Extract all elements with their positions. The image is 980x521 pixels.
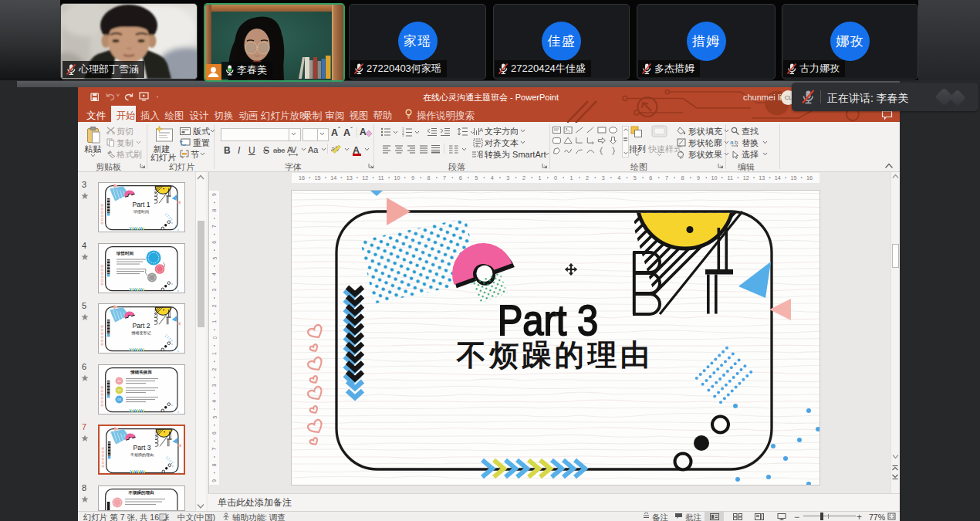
svg-text:13: 13	[346, 174, 353, 181]
svg-text:10: 10	[711, 174, 718, 181]
svg-text:a: a	[730, 139, 734, 146]
svg-text:Part 1: Part 1	[132, 201, 150, 208]
svg-text:11: 11	[727, 174, 732, 181]
svg-text:情绪实例库: 情绪实例库	[130, 370, 152, 375]
svg-text:Part 2: Part 2	[132, 322, 150, 330]
svg-text:9: 9	[211, 479, 217, 482]
svg-text:0: 0	[211, 336, 217, 339]
svg-text:4: 4	[211, 400, 217, 403]
svg-text:Part 3: Part 3	[498, 296, 599, 343]
svg-text:不烦躁的理由: 不烦躁的理由	[456, 339, 653, 371]
svg-text:10: 10	[394, 174, 400, 181]
svg-text:9: 9	[211, 193, 217, 196]
svg-text:2: 2	[522, 174, 525, 181]
svg-text:1: 1	[538, 174, 541, 181]
svg-text:03: 03	[117, 398, 121, 401]
svg-text:5: 5	[211, 415, 217, 418]
svg-text:3: 3	[211, 289, 217, 292]
svg-text:4: 4	[211, 272, 217, 276]
svg-text:7: 7	[211, 225, 217, 228]
svg-text:2: 2	[586, 174, 589, 181]
svg-text:8: 8	[211, 209, 217, 212]
svg-text:15: 15	[790, 174, 796, 181]
svg-text:12: 12	[362, 174, 368, 181]
svg-text:02: 02	[117, 388, 121, 392]
svg-text:11: 11	[378, 174, 384, 181]
svg-text:3: 3	[506, 174, 509, 181]
svg-text:珍惜时间: 珍惜时间	[133, 209, 149, 215]
svg-text:3: 3	[402, 134, 404, 137]
svg-text:3: 3	[602, 174, 605, 181]
svg-text:不烦躁的理由: 不烦躁的理由	[127, 489, 154, 496]
svg-text:16: 16	[806, 174, 813, 181]
svg-text:2: 2	[211, 368, 217, 371]
svg-text:A: A	[479, 127, 483, 134]
svg-text:6: 6	[649, 174, 652, 181]
svg-text:14: 14	[330, 174, 336, 181]
svg-text:5: 5	[475, 174, 478, 181]
svg-text:4: 4	[617, 174, 620, 181]
svg-text:3: 3	[211, 384, 217, 387]
svg-text:8: 8	[681, 174, 684, 181]
svg-text:6: 6	[459, 174, 462, 181]
svg-text:7: 7	[443, 174, 446, 181]
svg-text:1: 1	[211, 352, 217, 355]
svg-text:6: 6	[211, 431, 217, 435]
svg-text:13: 13	[759, 174, 765, 181]
svg-text:5: 5	[211, 256, 217, 259]
svg-text:不烦躁的理由: 不烦躁的理由	[130, 452, 154, 458]
svg-text:8: 8	[427, 174, 431, 181]
svg-text:1: 1	[570, 174, 573, 181]
svg-text:8: 8	[211, 463, 217, 466]
svg-text:Part 3: Part 3	[133, 444, 150, 452]
svg-text:5: 5	[634, 174, 637, 181]
svg-text:12: 12	[743, 174, 749, 181]
svg-text:6: 6	[211, 241, 217, 244]
svg-text:7: 7	[211, 448, 217, 451]
svg-text:9: 9	[411, 174, 414, 181]
svg-text:4: 4	[491, 174, 494, 181]
svg-text:14: 14	[775, 174, 781, 181]
svg-text:15: 15	[315, 174, 321, 181]
svg-text:16: 16	[299, 174, 305, 181]
svg-text:9: 9	[697, 174, 700, 181]
svg-text:2: 2	[211, 304, 217, 307]
svg-text:1: 1	[211, 320, 217, 323]
svg-text:情绪变形记: 情绪变形记	[130, 330, 150, 336]
svg-text:珍惜时间: 珍惜时间	[116, 250, 134, 255]
svg-text:0: 0	[554, 174, 557, 181]
svg-text:7: 7	[665, 174, 668, 181]
svg-text:01: 01	[117, 379, 121, 383]
